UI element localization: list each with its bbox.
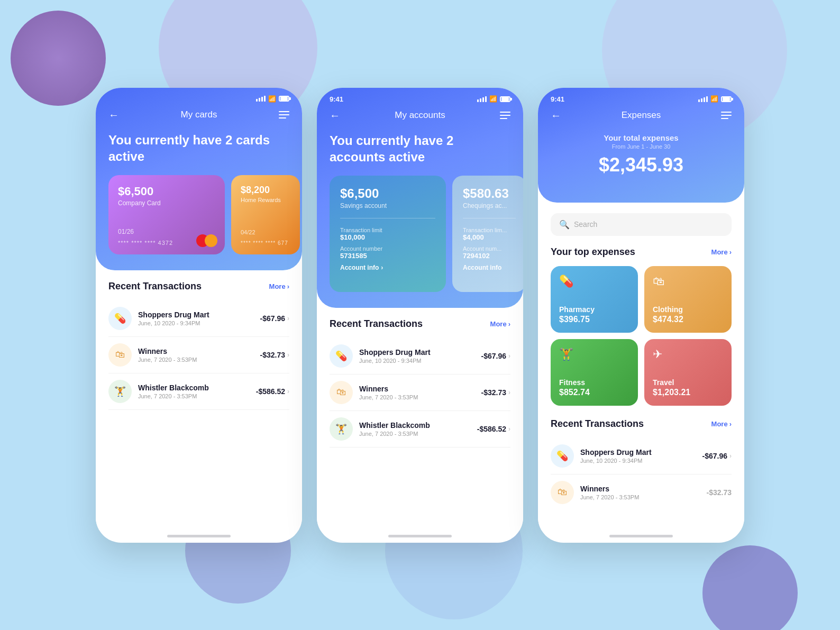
expense-category-amount: $852.74 <box>559 388 629 397</box>
search-bar[interactable]: 🔍 Search <box>551 213 732 236</box>
transaction-info: Winners June, 7 2020 - 3:53PM <box>359 385 481 400</box>
transaction-name: Whistler Blackcomb <box>138 384 256 392</box>
account1-amount: $6,500 <box>340 186 435 201</box>
phone1-header: 📶 ← My cards You currently have 2 card <box>96 88 302 270</box>
account2-info-link[interactable]: Account info <box>463 264 516 271</box>
transaction-info: Whistler Blackcomb June, 7 2020 - 3:53PM <box>138 384 256 399</box>
back-button[interactable]: ← <box>108 109 119 121</box>
transaction-name: Shoppers Drug Mart <box>138 311 260 319</box>
card-company[interactable]: $6,500 Company Card 01/26 **** **** ****… <box>108 175 225 254</box>
transaction-date: June, 7 2020 - 3:53PM <box>359 394 481 400</box>
transaction-date: June, 7 2020 - 3:53PM <box>580 494 707 500</box>
expense-category-name: Travel <box>653 378 723 387</box>
phone2-body: Recent Transactions More › 💊 Shoppers Dr… <box>317 308 523 531</box>
card-rewards[interactable]: $8,200 Home Rewards 04/22 **** **** ****… <box>231 175 300 254</box>
phone3-status-icons: 📶 <box>698 95 732 103</box>
transaction-amount: -$586.52› <box>256 387 289 396</box>
more-link[interactable]: More › <box>490 320 510 328</box>
expense-card-travel[interactable]: ✈ Travel $1,203.21 <box>644 339 732 406</box>
card1-number: **** **** **** 4372 <box>118 240 173 246</box>
transaction-amount: -$586.52› <box>477 425 510 433</box>
chevron-right-icon: › <box>381 264 383 271</box>
phone2-status-icons: 📶 <box>477 95 510 103</box>
chevron-right-icon: › <box>287 388 289 395</box>
back-button[interactable]: ← <box>551 109 561 122</box>
account-chequings[interactable]: $580.63 Chequings ac... Transaction lim.… <box>452 176 523 292</box>
phone3-transaction-2[interactable]: 🛍 Winners June, 7 2020 - 3:53PM -$32.73 <box>551 474 732 510</box>
phone2-header: 9:41 📶 ← My accounts <box>317 88 523 308</box>
page-title: My cards <box>181 109 217 120</box>
transaction-name: Winners <box>580 485 707 493</box>
header-text-suffix: accounts active <box>330 150 425 164</box>
signal-icon <box>256 96 266 102</box>
phone1-transaction-2[interactable]: 🛍 Winners June, 7 2020 - 3:53PM -$32.73› <box>108 337 289 373</box>
menu-button[interactable] <box>279 111 289 118</box>
account-divider <box>463 218 516 218</box>
chevron-right-icon: › <box>508 425 510 433</box>
battery-icon <box>279 96 289 102</box>
expense-category-amount: $1,203.21 <box>653 388 723 397</box>
account1-txlimit-label: Transaction limit <box>340 227 435 233</box>
battery-icon <box>500 96 510 102</box>
phones-container: 📶 ← My cards You currently have 2 card <box>96 88 744 543</box>
phone1-header-subtitle: You currently have 2 cards active <box>108 132 289 165</box>
account2-type: Chequings ac... <box>463 202 516 209</box>
account1-info-link[interactable]: Account info › <box>340 264 435 271</box>
phone2-transaction-3[interactable]: 🏋 Whistler Blackcomb June, 7 2020 - 3:53… <box>330 411 510 448</box>
more-label: More <box>269 282 286 290</box>
transaction-icon-clothing: 🛍 <box>108 343 132 367</box>
phone1-status-bar: 📶 <box>108 88 289 107</box>
more-link-recent[interactable]: More › <box>711 420 732 428</box>
more-link-top[interactable]: More › <box>711 248 732 256</box>
transaction-name: Winners <box>138 347 260 355</box>
expense-card-pharmacy[interactable]: 💊 Pharmacy $396.75 <box>551 266 638 333</box>
menu-button[interactable] <box>721 112 732 119</box>
phone3-transaction-1[interactable]: 💊 Shoppers Drug Mart June, 10 2020 - 9:3… <box>551 438 732 474</box>
account1-number-value: 5731585 <box>340 252 435 260</box>
account2-number-value: 7294102 <box>463 252 516 260</box>
transaction-date: June, 7 2020 - 3:53PM <box>359 431 477 437</box>
battery-icon <box>721 96 732 102</box>
expenses-period: From June 1 - June 30 <box>551 143 732 150</box>
transaction-info: Winners June, 7 2020 - 3:53PM <box>138 347 260 363</box>
phone1-transaction-3[interactable]: 🏋 Whistler Blackcomb June, 7 2020 - 3:53… <box>108 373 289 410</box>
account1-type: Savings account <box>340 202 435 209</box>
more-link[interactable]: More › <box>269 282 289 290</box>
phone2-status-bar: 9:41 📶 <box>330 88 510 107</box>
search-placeholder: Search <box>574 220 597 229</box>
more-label: More <box>490 320 507 328</box>
phone1-transaction-1[interactable]: 💊 Shoppers Drug Mart June, 10 2020 - 9:3… <box>108 300 289 337</box>
menu-button[interactable] <box>500 112 510 119</box>
clothing-icon: 🛍 <box>653 275 723 288</box>
signal-icon <box>477 96 487 102</box>
chevron-right-icon: › <box>287 315 289 322</box>
phone1-transactions-header: Recent Transactions More › <box>108 281 289 292</box>
chevron-right-icon: › <box>729 452 732 460</box>
phone2-time: 9:41 <box>330 95 343 103</box>
phone3-nav: ← Expenses <box>551 107 732 128</box>
expense-card-fitness[interactable]: 🏋 Fitness $852.74 <box>551 339 638 406</box>
transaction-info: Shoppers Drug Mart June, 10 2020 - 9:34P… <box>359 348 481 364</box>
card1-expiry: 01/26 <box>118 228 134 235</box>
phone1-nav: ← My cards <box>108 107 289 127</box>
account1-txlimit-value: $10,000 <box>340 233 435 241</box>
card2-amount: $8,200 <box>241 185 290 196</box>
expense-card-clothing[interactable]: 🛍 Clothing $474.32 <box>644 266 732 333</box>
transaction-amount: -$67.96› <box>702 452 732 460</box>
expense-category-name: Fitness <box>559 378 629 387</box>
pharmacy-icon: 💊 <box>559 275 629 288</box>
transaction-date: June, 10 2020 - 9:34PM <box>138 320 260 326</box>
phone2-transactions-header: Recent Transactions More › <box>330 318 510 330</box>
phone2-transaction-1[interactable]: 💊 Shoppers Drug Mart June, 10 2020 - 9:3… <box>330 338 510 375</box>
transaction-date: June, 10 2020 - 9:34PM <box>580 458 702 464</box>
account2-txlimit-label: Transaction lim... <box>463 227 516 233</box>
account-savings[interactable]: $6,500 Savings account Transaction limit… <box>330 176 446 292</box>
back-button[interactable]: ← <box>330 109 340 122</box>
phone2-transaction-2[interactable]: 🛍 Winners June, 7 2020 - 3:53PM -$32.73› <box>330 375 510 411</box>
account2-txlimit-value: $4,000 <box>463 233 516 241</box>
phone-my-cards: 📶 ← My cards You currently have 2 card <box>96 88 302 543</box>
expenses-total-amount: $2,345.93 <box>551 154 732 176</box>
phone1-body: Recent Transactions More › 💊 Shoppers Dr… <box>96 270 302 531</box>
more-label: More <box>711 420 728 428</box>
transaction-icon-pharmacy: 💊 <box>108 307 132 330</box>
